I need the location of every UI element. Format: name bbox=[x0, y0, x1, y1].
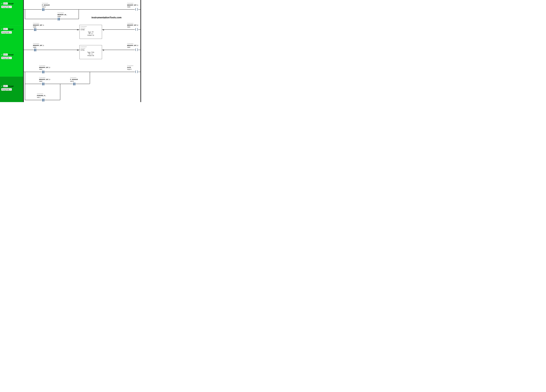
contact-no[interactable] bbox=[57, 18, 60, 20]
ladder-canvas: InstrumentationTools.com Comment P_SENSO… bbox=[23, 0, 141, 102]
app-root: ✓ LD ▼ Rung0 Rung body ▼ ✓ LD ▼ Rung1 bbox=[0, 0, 141, 102]
contact-no[interactable] bbox=[42, 99, 45, 101]
pin-q: Q bbox=[103, 29, 104, 31]
wire bbox=[37, 50, 79, 50]
pin-in: IN bbox=[77, 29, 78, 31]
check-icon: ✓ bbox=[1, 85, 3, 87]
coil-label: Comment MEMORY_BIT_3 %M2 bbox=[127, 43, 138, 48]
rung-header: ✓ LD ▼ Rung0 bbox=[1, 2, 22, 5]
language-select[interactable]: LD ▼ bbox=[3, 2, 8, 5]
wire bbox=[25, 9, 25, 19]
wire bbox=[24, 50, 34, 50]
chevron-down-icon: ▼ bbox=[10, 6, 11, 7]
contact-label: Comment MEMORY_BIT_2 %M1 bbox=[39, 65, 50, 70]
rung-panel-0: ✓ LD ▼ Rung0 Rung body ▼ bbox=[0, 0, 23, 25]
wire bbox=[102, 29, 135, 30]
contact-label: Comment PARKING_P... %I0.1 bbox=[37, 93, 46, 99]
contact-no[interactable] bbox=[34, 49, 37, 51]
language-select[interactable]: LD ▼ bbox=[3, 85, 8, 87]
contact-no[interactable] bbox=[42, 71, 45, 73]
contact-label: Comment P_SENSOR %I0.0 bbox=[42, 2, 50, 8]
rung-panel-2: ✓ LD ▼ Rung2 Rung body ▼ bbox=[0, 51, 23, 76]
contact-no[interactable] bbox=[42, 83, 45, 85]
chevron-down-icon: ▼ bbox=[6, 54, 7, 55]
contact-label: Comment MEMORY_BI... %M0 bbox=[58, 12, 67, 18]
pin-in: IN bbox=[77, 49, 78, 51]
contact-no[interactable] bbox=[34, 28, 37, 31]
rung-body-select[interactable]: Rung body ▼ bbox=[1, 88, 12, 91]
wire bbox=[25, 72, 25, 100]
contact-no[interactable] bbox=[73, 83, 76, 85]
check-icon: ✓ bbox=[1, 54, 3, 56]
wire bbox=[79, 9, 135, 10]
body-label: Rung body bbox=[2, 6, 9, 8]
contact-no[interactable] bbox=[42, 8, 45, 11]
contact-label: Comment P_SENSOR %I0.0 bbox=[70, 77, 78, 82]
timer-block[interactable]: Comment Symbol %TM0 Type: TP TB: 1 s Pre… bbox=[79, 25, 102, 39]
rung-body-select[interactable]: Rung body ▼ bbox=[1, 57, 12, 59]
wire bbox=[24, 9, 42, 10]
contact-label: Comment MEMORY_BIT_1 %M0 bbox=[33, 43, 44, 48]
check-icon: ✓ bbox=[1, 2, 3, 5]
contact-label: Comment MEMORY_BIT_1 %M0 bbox=[33, 22, 44, 28]
rung-name: Rung3 bbox=[8, 85, 13, 87]
language-select[interactable]: LD ▼ bbox=[3, 53, 8, 56]
chevron-down-icon: ▼ bbox=[10, 89, 11, 90]
wire bbox=[25, 100, 42, 100]
wire bbox=[90, 72, 135, 72]
coil-label: Comment MEMORY_BIT_2 %M1 bbox=[127, 22, 138, 28]
wire bbox=[37, 29, 79, 30]
sidebar: ✓ LD ▼ Rung0 Rung body ▼ ✓ LD ▼ Rung1 bbox=[0, 0, 23, 102]
timer-block[interactable]: Comment Symbol %TM1 Type: TON TB: 1 s Pr… bbox=[79, 45, 102, 59]
ld-label: LD bbox=[4, 54, 6, 55]
wire bbox=[76, 84, 90, 84]
watermark-text: InstrumentationTools.com bbox=[91, 16, 122, 19]
rung-body-select[interactable]: Rung body ▼ bbox=[1, 6, 12, 8]
wire bbox=[138, 72, 140, 72]
wire bbox=[45, 9, 79, 10]
wire bbox=[138, 9, 140, 10]
wire bbox=[45, 84, 73, 84]
wire bbox=[45, 100, 60, 100]
chevron-down-icon: ▼ bbox=[6, 28, 7, 30]
contact-label: Comment MEMORY_BIT_3 %M2 bbox=[39, 77, 50, 82]
coil[interactable]: () bbox=[135, 8, 138, 11]
rung-name: Rung0 bbox=[8, 3, 13, 5]
body-label: Rung body bbox=[2, 32, 9, 33]
rung-header: ✓ LD ▼ Rung3 bbox=[1, 85, 22, 87]
rung-header: ✓ LD ▼ Rung1 bbox=[1, 28, 22, 30]
check-icon: ✓ bbox=[1, 28, 3, 30]
ld-label: LD bbox=[4, 3, 6, 4]
pin-q: Q bbox=[103, 49, 104, 51]
ld-label: LD bbox=[4, 28, 6, 30]
wire bbox=[60, 19, 79, 19]
wire bbox=[90, 72, 90, 84]
rung-panel-1: ✓ LD ▼ Rung1 Rung body ▼ bbox=[0, 25, 23, 51]
chevron-down-icon: ▼ bbox=[10, 57, 11, 59]
wire bbox=[25, 19, 57, 19]
rung-body-select[interactable]: Rung body ▼ bbox=[1, 31, 12, 34]
wire bbox=[24, 29, 34, 30]
chevron-down-icon: ▼ bbox=[6, 3, 7, 4]
chevron-down-icon: ▼ bbox=[10, 32, 11, 33]
body-label: Rung body bbox=[2, 89, 9, 90]
coil[interactable]: () bbox=[135, 28, 138, 31]
chevron-down-icon: ▼ bbox=[6, 86, 7, 87]
wire bbox=[102, 50, 135, 50]
coil-label: Comment MEMORY_BIT_1 %M0 bbox=[127, 2, 138, 8]
rung-name: Rung2 bbox=[8, 54, 13, 56]
rung-name: Rung1 bbox=[8, 28, 13, 30]
wire bbox=[60, 84, 60, 100]
wire bbox=[24, 72, 42, 72]
rung-panel-3: ✓ LD ▼ Rung3 Rung body ▼ bbox=[0, 76, 23, 102]
wire bbox=[45, 72, 90, 72]
coil[interactable]: () bbox=[135, 70, 138, 73]
rung-header: ✓ LD ▼ Rung2 bbox=[1, 53, 22, 56]
body-label: Rung body bbox=[2, 57, 9, 59]
wire bbox=[138, 29, 140, 30]
language-select[interactable]: LD ▼ bbox=[3, 28, 8, 30]
coil-label: Comment GATE %Q0.0 bbox=[127, 65, 133, 70]
wire bbox=[138, 50, 140, 50]
ld-label: LD bbox=[4, 85, 6, 87]
coil[interactable]: () bbox=[135, 48, 138, 51]
